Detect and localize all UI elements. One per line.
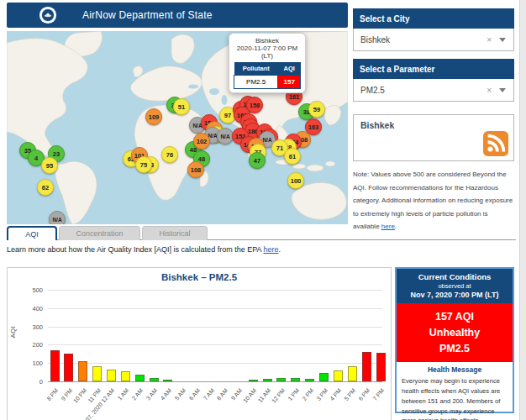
map-marker[interactable]: 47 <box>249 152 266 169</box>
gridline <box>48 308 382 309</box>
bar-4-pm[interactable] <box>334 370 343 381</box>
rss-icon[interactable] <box>483 131 508 156</box>
bar-7-pm[interactable] <box>376 353 386 381</box>
parameter-clear-icon[interactable]: × <box>487 86 492 95</box>
gridline <box>48 363 382 364</box>
map-marker[interactable]: N/A <box>49 211 66 224</box>
bar-3-pm[interactable] <box>319 373 329 381</box>
parameter-caret-icon[interactable] <box>499 88 506 92</box>
bar-9-pm[interactable] <box>64 354 73 381</box>
tab-concentration[interactable]: Concentration <box>59 226 140 240</box>
popup-pollutant-value: PM2.5 <box>234 76 278 89</box>
bar-3-am[interactable] <box>150 378 159 381</box>
parameter-select[interactable]: PM2.5 × <box>353 79 514 102</box>
map-marker[interactable]: 108 <box>187 161 204 178</box>
scrollbar[interactable] <box>519 0 526 420</box>
cc-health-text: Everyone may begin to experience health … <box>397 374 513 420</box>
cc-datetime: Nov 7, 2020 7:00 PM (LT) <box>398 291 511 299</box>
bar-6-pm[interactable] <box>362 352 371 381</box>
bar-11-pm[interactable] <box>92 366 102 381</box>
select-city-header: Select a City <box>353 8 514 29</box>
note-suffix: . <box>395 223 397 230</box>
map-marker[interactable]: 95 <box>41 157 58 174</box>
map-marker[interactable]: 51 <box>173 98 190 115</box>
bar-1-pm[interactable] <box>291 378 300 381</box>
learn-more-prefix: Learn more about how the Air Quality Ind… <box>7 245 264 254</box>
map-popup: Bishkek 2020-11-07 7:00 PM (LT) Pollutan… <box>229 33 306 93</box>
y-tick-label: 300 <box>18 323 43 331</box>
cc-aqi-block: 157 AQI Unhealthy PM2.5 <box>397 303 513 362</box>
chart-plot-area: 01002003004005008 PM9 PM10 PM11 PMNov 07… <box>8 268 392 420</box>
rss-feed-box: Bishkek <box>353 114 514 161</box>
bar-5-pm[interactable] <box>348 366 357 381</box>
gridline <box>48 327 382 328</box>
y-tick-label: 100 <box>18 360 43 367</box>
aqi-note-text: Note: Values above 500 are considered Be… <box>353 168 516 234</box>
tab-aqi[interactable]: AQI <box>7 226 57 240</box>
cc-observed-at: observed at <box>398 282 511 290</box>
bar-12-pm[interactable] <box>276 378 286 381</box>
map-marker[interactable]: 59 <box>308 101 325 118</box>
bar-1-am[interactable] <box>121 371 130 381</box>
aqi-world-map[interactable]: 354239562N/A1093551621017375764848108N/A… <box>7 31 348 224</box>
map-marker[interactable]: 109 <box>145 108 162 125</box>
learn-more-text: Learn more about how the Air Quality Ind… <box>7 245 281 254</box>
current-conditions-header: Current Conditions observed at Nov 7, 20… <box>397 269 513 303</box>
dept-of-state-seal-icon <box>39 6 57 24</box>
learn-more-suffix: . <box>279 245 281 254</box>
map-marker[interactable]: N/A <box>217 128 234 144</box>
bar-4-am[interactable] <box>163 380 172 381</box>
y-tick-label: 0 <box>18 378 43 386</box>
popup-aqi-value: 157 <box>278 76 301 89</box>
popup-city: Bishkek <box>234 37 301 45</box>
map-marker[interactable]: 75 <box>135 156 152 173</box>
bar-10-am[interactable] <box>249 380 258 381</box>
bar-2-pm[interactable] <box>305 379 314 381</box>
cc-title: Current Conditions <box>398 272 511 281</box>
popup-pollutant-header: Pollutant <box>234 62 278 76</box>
select-parameter-header: Select a Parameter <box>353 59 514 79</box>
cc-pollutant: PM2.5 <box>398 341 511 357</box>
popup-table: Pollutant AQI PM2.5 157 <box>234 62 301 89</box>
map-marker[interactable]: 61 <box>284 148 301 165</box>
cc-aqi-value: 157 AQI <box>398 309 511 325</box>
page: AirNow Department of State <box>0 0 526 420</box>
epa-here-link[interactable]: here <box>264 245 279 254</box>
map-marker[interactable]: 100 <box>287 172 304 189</box>
y-tick-label: 500 <box>18 286 43 294</box>
bar-nov-07-2020-12-am[interactable] <box>107 370 116 381</box>
y-tick-label: 200 <box>18 341 43 349</box>
city-select[interactable]: Bishkek × <box>353 29 514 51</box>
parameter-select-value: PM2.5 <box>360 86 385 95</box>
city-select-value: Bishkek <box>360 35 390 45</box>
city-clear-icon[interactable]: × <box>487 35 492 45</box>
y-tick-label: 400 <box>18 305 43 312</box>
gridline <box>48 381 382 382</box>
note-prefix: Note: Values above 500 are considered Be… <box>353 171 513 230</box>
bar-10-pm[interactable] <box>78 361 87 381</box>
feed-city-label: Bishkek <box>360 120 394 130</box>
city-caret-icon[interactable] <box>499 38 506 42</box>
popup-lt: (LT) <box>234 52 301 60</box>
map-marker[interactable]: 62 <box>37 179 54 196</box>
popup-datetime: 2020-11-07 7:00 PM <box>234 45 301 52</box>
map-marker[interactable]: 76 <box>161 146 178 163</box>
note-here-link[interactable]: here <box>381 223 395 230</box>
tab-historical[interactable]: Historical <box>142 226 208 240</box>
current-conditions-panel: Current Conditions observed at Nov 7, 20… <box>395 267 514 413</box>
app-header: AirNow Department of State <box>7 3 348 28</box>
bar-2-am[interactable] <box>135 375 145 381</box>
gridline <box>48 290 382 291</box>
bar-8-pm[interactable] <box>50 350 60 381</box>
aqi-bar-chart: Bishkek – PM2.5 AQI 01002003004005008 PM… <box>7 267 392 420</box>
popup-aqi-header: AQI <box>278 62 301 76</box>
gridline <box>48 344 382 345</box>
app-title: AirNow Department of State <box>82 9 213 21</box>
map-marker[interactable]: 102 <box>193 133 210 150</box>
cc-category: Unhealthy <box>398 325 511 341</box>
cc-health-title: Health Message <box>397 365 513 374</box>
bar-11-am[interactable] <box>263 379 272 381</box>
